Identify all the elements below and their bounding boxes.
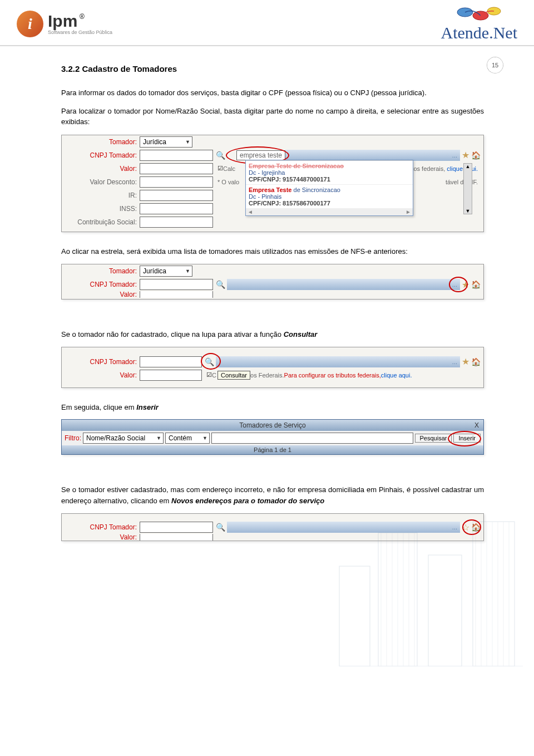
valor-input-5[interactable]	[140, 534, 213, 541]
paragraph-4-pre: Se o tomador não for cadastrado, clique …	[61, 330, 284, 338]
clique-aqui-link[interactable]: clique aqui.	[447, 165, 478, 172]
ipm-logo-subtitle: Softwares de Gestão Pública	[48, 30, 112, 35]
star-icon-2[interactable]: ★	[462, 279, 469, 290]
desconto-input[interactable]	[140, 176, 213, 188]
paragraph-1: Para informar os dados do tomador dos se…	[61, 87, 484, 99]
label-cnpj-2: CNPJ Tomador:	[65, 281, 140, 288]
close-button[interactable]: X	[474, 421, 479, 429]
contrib-input[interactable]	[140, 217, 213, 228]
search-icon[interactable]: 🔍	[216, 151, 225, 160]
label-inss: INSS:	[65, 205, 140, 213]
section-title: 3.2.2 Cadastro de Tomadores	[61, 64, 484, 73]
ipm-logo-text: Ipm	[48, 12, 77, 30]
tomador-select[interactable]: Jurídica	[140, 136, 192, 148]
svg-rect-3	[339, 566, 370, 666]
atende-logo-text: Atende.Net	[441, 23, 517, 42]
paragraph-2: Para localizar o tomador por Nome/Razão …	[61, 106, 484, 127]
cnpj-input-5[interactable]	[140, 522, 213, 533]
filter-row: Filtro: Nome/Razão Social Contém Pesquis…	[62, 431, 483, 445]
search-icon-5[interactable]: 🔍	[216, 523, 225, 532]
house-icon-3[interactable]: 🏠	[471, 357, 481, 366]
cnpj-input-3[interactable]	[140, 356, 202, 367]
search-icon-3[interactable]: 🔍	[205, 357, 214, 366]
house-icon[interactable]: 🏠	[471, 151, 481, 160]
paragraph-4-bold: Consultar	[284, 330, 318, 338]
cnpj-bar: ...	[285, 150, 460, 161]
star-icon-3[interactable]: ★	[462, 356, 469, 367]
label-valor-3: Valor:	[65, 371, 140, 379]
label-tomador: Tomador:	[65, 138, 140, 146]
paragraph-5-pre: Em seguida, clique em	[61, 403, 136, 411]
filtro-label: Filtro:	[65, 434, 81, 442]
label-valor-5: Valor:	[65, 534, 140, 541]
page-number-badge: 15	[487, 57, 503, 73]
valor-input-2[interactable]	[140, 291, 213, 298]
star-icon[interactable]: ★	[462, 150, 469, 160]
clique-aqui-link-3[interactable]: clique aqui.	[381, 372, 412, 379]
registered-icon: ®	[80, 13, 85, 21]
paragraph-3: Ao clicar na estrela, será exibida uma l…	[61, 246, 484, 257]
label-cnpj-5: CNPJ Tomador:	[65, 523, 140, 531]
filter-text-input[interactable]	[211, 433, 413, 444]
paragraph-5-bold: Inserir	[136, 403, 159, 411]
scrollbar[interactable]: ▲ ▼	[463, 163, 472, 214]
label-valor-2: Valor:	[65, 291, 140, 298]
label-valor: Valor:	[65, 165, 140, 173]
filter-field-select[interactable]: Nome/Razão Social	[83, 433, 164, 444]
logo-atende: Atende.Net	[441, 6, 517, 42]
logo-ipm: i Ipm ® Softwares de Gestão Pública	[17, 11, 112, 37]
paragraph-6-bold: Novos endereços para o tomador do serviç…	[171, 497, 324, 505]
screenshot-form-3: CNPJ Tomador: 🔍 ... ★ 🏠 Valor: ☑ C Consu…	[61, 347, 484, 388]
ipm-logo-circle: i	[17, 11, 43, 37]
label-cnpj: CNPJ Tomador:	[65, 151, 140, 159]
dialog-footer: Página 1 de 1	[62, 445, 483, 454]
label-tomador-2: Tomador:	[65, 267, 140, 275]
screenshot-form-2: Tomador: Jurídica CNPJ Tomador: 🔍 ... ★ …	[61, 264, 484, 300]
ir-input[interactable]	[140, 190, 213, 201]
filter-op-select[interactable]: Contém	[165, 433, 210, 444]
consultar-tooltip: Consultar	[217, 371, 250, 380]
screenshot-form-1: Tomador: Jurídica CNPJ Tomador: 🔍 empres…	[61, 135, 484, 232]
page-header: i Ipm ® Softwares de Gestão Pública Aten…	[0, 0, 534, 46]
suggest-item-2[interactable]: Empresa Teste de Sincronizacao Dc - Pinh…	[246, 185, 413, 209]
search-icon-2[interactable]: 🔍	[216, 280, 225, 289]
screenshot-dialog: Tomadores de Serviço X Filtro: Nome/Razã…	[61, 419, 484, 455]
suggest-item-1[interactable]: Empresa Teste de Sincronizacao Dc - Igre…	[246, 160, 413, 185]
valor-input-3[interactable]	[140, 370, 202, 381]
cnpj-bar-3: ...	[216, 356, 460, 367]
cnpj-input-2[interactable]	[140, 279, 213, 290]
svg-rect-5	[428, 555, 462, 666]
buildings-decoration	[312, 499, 534, 666]
house-icon-2[interactable]: 🏠	[471, 280, 481, 289]
inss-input[interactable]	[140, 203, 213, 214]
autocomplete-dropdown[interactable]: Empresa Teste de Sincronizacao Dc - Igre…	[245, 160, 413, 216]
tomador-select-2[interactable]: Jurídica	[140, 266, 192, 277]
svg-rect-6	[473, 522, 515, 666]
inserir-button[interactable]: Inserir	[453, 434, 481, 443]
label-cnpj-3: CNPJ Tomador:	[65, 358, 140, 366]
cnpj-input[interactable]	[140, 150, 213, 161]
cnpj-bar-2: ...	[227, 279, 460, 290]
label-desconto: Valor Desconto:	[65, 178, 140, 186]
valor-input[interactable]	[140, 163, 213, 174]
label-contrib: Contribuição Social:	[65, 218, 140, 226]
dialog-title-bar: Tomadores de Serviço X	[62, 420, 483, 431]
pesquisar-button[interactable]: Pesquisar	[415, 434, 452, 443]
label-ir: IR:	[65, 192, 140, 199]
search-text-field[interactable]: empresa teste	[236, 150, 285, 160]
